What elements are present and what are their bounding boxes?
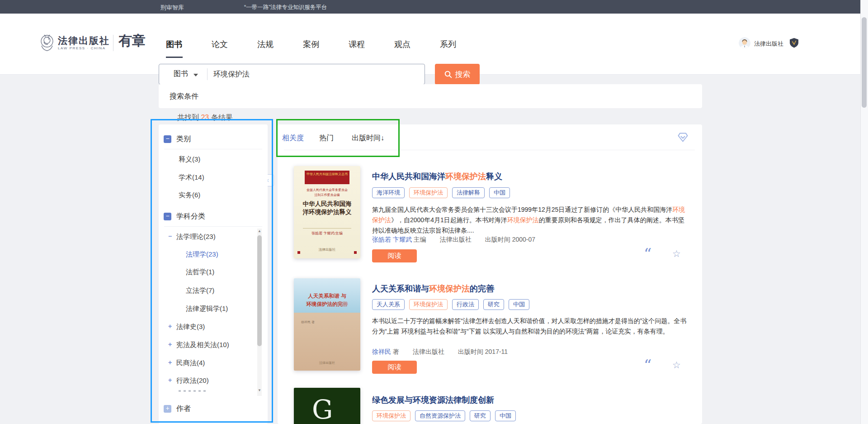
cover-authors: 张皓若 卞耀武/主编 <box>294 231 360 236</box>
tree-node-faxuelilun[interactable]: −法学理论(23) <box>168 233 216 241</box>
cover-title: 中华人民共和国海洋环境保护法释义 <box>294 200 360 216</box>
tree-node-falixue-selected[interactable]: 法理学(23) <box>186 250 218 259</box>
tag[interactable]: 法律解释 <box>452 187 485 198</box>
tree-node-xianfa[interactable]: +宪法及相关法(10) <box>168 341 229 349</box>
search-button-label: 搜索 <box>455 69 471 80</box>
page-scrollbar-thumb[interactable] <box>862 17 867 108</box>
divider <box>164 149 262 149</box>
collapse-icon[interactable]: − <box>164 213 171 220</box>
user-name[interactable]: 法律出版社 <box>754 40 783 48</box>
facet-item-xueshu[interactable]: 学术(14) <box>179 173 204 182</box>
tree-node-falvshi[interactable]: +法律史(3) <box>168 323 205 331</box>
search-input[interactable] <box>213 65 417 84</box>
book-cover[interactable]: G <box>294 388 360 424</box>
book-cover[interactable]: 中华人民共和国法律释义丛书 全国人民代表大会常务委员会法制工作委员会编 中华人民… <box>294 166 360 258</box>
tree-node-fazhexue[interactable]: 法哲学(1) <box>186 268 214 276</box>
quote-icon[interactable]: “ <box>644 361 651 370</box>
collapse-icon[interactable]: − <box>164 135 171 143</box>
scroll-up-icon[interactable]: ▲ <box>258 229 261 233</box>
publisher: 法律出版社 <box>413 348 444 355</box>
cover-title: 人天关系和谐 与环境保护法的完善 <box>294 292 360 309</box>
topbar-link-belt-road[interactable]: “一带一路”法律专业知识服务平台 <box>244 4 327 11</box>
tag[interactable]: 中国 <box>509 299 529 310</box>
tree-node-xingzhengfa[interactable]: +行政法(20) <box>168 376 209 385</box>
book-description: 第九届全国人民代表大会常务委员会第十三次会议于1999年12月25日通过了新修订… <box>372 205 689 236</box>
tag-highlighted[interactable]: 环境保护法 <box>372 410 410 421</box>
tree-node-lifaxue[interactable]: 立法学(7) <box>186 286 214 295</box>
search-conditions-bar: 搜索条件 关键词：环境保护法 × 学科分类：法理学 × 清空 订阅 <box>159 84 702 108</box>
book-meta: 张皓若 卞耀武 主编法律出版社出版时间 2000-07 <box>372 236 535 244</box>
quote-icon[interactable]: “ <box>644 249 651 258</box>
main-nav: 图书 论文 法规 案例 课程 观点 系列 <box>166 39 456 50</box>
page: 刑审智库 “一带一路”法律专业知识服务平台 法律出版社 LAW PRESS · … <box>0 0 868 424</box>
tag[interactable]: 研究 <box>483 299 504 310</box>
expand-icon[interactable]: + <box>168 359 174 367</box>
tag-highlighted[interactable]: 环境保护法 <box>409 299 448 310</box>
tag[interactable]: 研究 <box>470 410 491 421</box>
sort-tab-popular[interactable]: 热门 <box>319 133 334 143</box>
book-title[interactable]: 人天关系和谐与环境保护法的完善 <box>372 283 494 294</box>
tag-highlighted[interactable]: 环境保护法 <box>409 187 448 198</box>
book-tags: 天人关系 环境保护法 行政法 研究 中国 <box>372 299 529 310</box>
author-link[interactable]: 卞耀武 <box>393 236 412 243</box>
facet-section-category[interactable]: − 类别 <box>164 134 191 144</box>
cover-series-banner: 中华人民共和国法律释义丛书 <box>305 171 349 184</box>
tag[interactable]: 行政法 <box>452 299 479 310</box>
facet-tree-scrollbar-thumb[interactable] <box>257 235 262 346</box>
tree-node-minshangfa[interactable]: +民商法(4) <box>168 359 205 367</box>
facet-item-shiwu[interactable]: 实务(6) <box>179 191 200 200</box>
favorite-star-icon[interactable]: ☆ <box>672 360 681 371</box>
topbar-link-xingshen[interactable]: 刑审智库 <box>160 4 184 12</box>
nav-tab-series[interactable]: 系列 <box>440 39 456 50</box>
tree-node-faluluojixue[interactable]: 法律逻辑学(1) <box>186 305 228 313</box>
read-button[interactable]: 阅读 <box>372 249 417 262</box>
sort-tab-relevance[interactable]: 相关度 <box>282 133 304 143</box>
author-link[interactable]: 张皓若 <box>372 236 391 243</box>
search-category-select[interactable]: 图书 <box>174 69 188 79</box>
clipped-tree-node <box>179 390 208 392</box>
expand-icon[interactable]: + <box>168 376 174 385</box>
collapse-icon[interactable]: − <box>168 233 174 241</box>
cover-press: 法律出版社 <box>294 248 360 252</box>
book-title[interactable]: 绿色发展与环境资源法律制度创新 <box>372 395 494 405</box>
nav-tab-papers[interactable]: 论文 <box>212 39 228 50</box>
expand-icon[interactable]: + <box>168 341 174 349</box>
book-tags: 环境保护法 自然资源保护法 研究 中国 <box>372 410 516 421</box>
book-title[interactable]: 中华人民共和国海洋环境保护法释义 <box>372 171 502 182</box>
tag[interactable]: 中国 <box>495 410 516 421</box>
gem-filter-icon[interactable] <box>678 133 688 142</box>
facet-section-title: 作者 <box>176 404 191 414</box>
author-link[interactable]: 徐祥民 <box>372 348 391 355</box>
scroll-down-icon[interactable]: ▼ <box>258 388 261 392</box>
search-button[interactable]: 搜索 <box>435 64 480 85</box>
logo-product-name: 有章 <box>118 32 146 50</box>
read-button[interactable]: 阅读 <box>372 361 417 374</box>
expand-icon[interactable]: + <box>164 405 171 413</box>
nav-tab-books[interactable]: 图书 <box>166 39 182 50</box>
tag[interactable]: 海洋环境 <box>372 187 405 198</box>
nav-tab-cases[interactable]: 案例 <box>303 39 319 50</box>
tag[interactable]: 天人关系 <box>372 299 405 310</box>
expand-icon[interactable]: + <box>168 323 174 331</box>
logo-press-name-en: LAW PRESS · CHINA <box>58 46 106 50</box>
facet-item-shiyi[interactable]: 释义(3) <box>179 155 200 164</box>
facet-section-subject[interactable]: − 学科分类 <box>164 212 205 221</box>
favorite-star-icon[interactable]: ☆ <box>672 248 681 259</box>
top-utility-bar: 刑审智库 “一带一路”法律专业知识服务平台 <box>0 0 868 14</box>
nav-tab-courses[interactable]: 课程 <box>349 39 365 50</box>
nav-tab-regulations[interactable]: 法规 <box>257 39 274 50</box>
sort-tab-pubdate[interactable]: 出版时间↓ <box>352 133 384 143</box>
nav-tab-opinions[interactable]: 观点 <box>394 39 410 50</box>
facet-section-author[interactable]: + 作者 <box>164 404 191 414</box>
book-description: 本书以近二十万字的篇幅来解答“法律怎样去创造人天和谐价值，对人采取怎样的措施才是… <box>372 316 689 348</box>
book-cover[interactable]: 人天关系和谐 与环境保护法的完善 徐祥民 著 法律出版社 <box>294 278 360 371</box>
cover-press: 法律出版社 <box>294 361 360 365</box>
facet-section-title: 学科分类 <box>176 212 205 221</box>
tag[interactable]: 中国 <box>489 187 510 198</box>
conditions-label: 搜索条件 <box>170 92 198 101</box>
search-divider <box>207 68 208 80</box>
user-avatar[interactable] <box>739 37 750 49</box>
results-count: 23 <box>201 114 209 121</box>
lawpress-lion-logo-icon <box>38 32 56 53</box>
tag[interactable]: 自然资源保护法 <box>415 410 465 421</box>
